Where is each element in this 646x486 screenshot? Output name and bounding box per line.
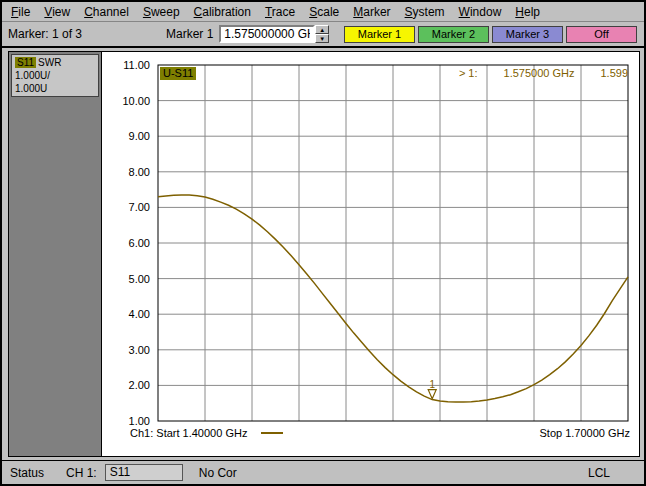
y-axis-label: 2.00 xyxy=(129,379,150,391)
trace-sidebar: S11SWR 1.000U/ 1.000U xyxy=(9,52,102,456)
marker-readout-prefix: > 1: xyxy=(459,67,478,79)
marker-1-number: 1 xyxy=(429,379,435,390)
menu-item-trace[interactable]: Trace xyxy=(258,3,302,21)
correction-status: No Cor xyxy=(199,466,237,480)
y-axis-label: 6.00 xyxy=(129,237,150,249)
y-axis-label: 5.00 xyxy=(129,273,150,285)
menu-item-scale[interactable]: Scale xyxy=(302,3,346,21)
menu-item-system[interactable]: System xyxy=(398,3,452,21)
frequency-spinner: ▲ ▼ xyxy=(315,25,329,43)
trace-selector-chip[interactable]: S11 xyxy=(15,57,36,68)
marker-frequency-field: ▲ ▼ xyxy=(219,25,329,43)
menu-item-calibration[interactable]: Calibration xyxy=(187,3,258,21)
trace-scale-label: 1.000U/ xyxy=(15,69,95,82)
y-axis-label: 8.00 xyxy=(129,166,150,178)
spin-up-button[interactable]: ▲ xyxy=(315,25,329,34)
y-axis-label: 11.00 xyxy=(123,59,150,71)
trace-reference-label: 1.000U xyxy=(15,82,95,95)
marker-frequency-label: Marker 1 xyxy=(166,27,213,41)
button-marker-3[interactable]: Marker 3 xyxy=(492,26,563,43)
button-marker-2[interactable]: Marker 2 xyxy=(418,26,489,43)
control-mode-label: LCL xyxy=(588,466,610,480)
menu-item-sweep[interactable]: Sweep xyxy=(136,3,187,21)
marker-button-row: Marker 1Marker 2Marker 3Off xyxy=(344,26,637,43)
trace-info-box: S11SWR 1.000U/ 1.000U xyxy=(11,54,99,97)
chart-footer: Ch1: Start 1.40000 GHz Stop 1.70000 GHz xyxy=(130,426,630,440)
marker-status-text: Marker: 1 of 3 xyxy=(8,27,148,41)
network-analyzer-window: FileViewChannelSweepCalibrationTraceScal… xyxy=(0,0,646,486)
button-marker-1[interactable]: Marker 1 xyxy=(344,26,415,43)
menu-item-window[interactable]: Window xyxy=(452,3,509,21)
button-off[interactable]: Off xyxy=(566,26,637,43)
trace-style-indicator xyxy=(261,432,283,434)
y-axis-label: 3.00 xyxy=(129,344,150,356)
menu-item-marker[interactable]: Marker xyxy=(346,3,397,21)
stop-frequency-label: Stop 1.70000 GHz xyxy=(539,427,630,439)
marker-toolbar: Marker: 1 of 3 Marker 1 ▲ ▼ Marker 1Mark… xyxy=(2,22,644,48)
menu-item-file[interactable]: File xyxy=(4,3,37,21)
spin-down-button[interactable]: ▼ xyxy=(315,34,329,43)
start-frequency-label: Ch1: Start 1.40000 GHz xyxy=(130,427,247,439)
menu-item-view[interactable]: View xyxy=(37,3,77,21)
measurement-box: S11 xyxy=(105,464,183,481)
menu-item-help[interactable]: Help xyxy=(508,3,547,21)
y-axis-label: 4.00 xyxy=(129,308,150,320)
y-axis-label: 9.00 xyxy=(129,130,150,142)
main-area: S11SWR 1.000U/ 1.000U 11.0010.009.008.00… xyxy=(2,48,644,460)
status-bar: Status CH 1: S11 No Cor LCL xyxy=(2,460,644,484)
swr-graticule: 11.0010.009.008.007.006.005.004.003.002.… xyxy=(102,52,639,456)
y-axis-label: 7.00 xyxy=(129,201,150,213)
marker-readout-frequency: 1.575000 GHz xyxy=(504,67,575,79)
y-axis-label: 10.00 xyxy=(122,95,150,107)
menu-item-channel[interactable]: Channel xyxy=(77,3,136,21)
chart-panel: 11.0010.009.008.007.006.005.004.003.002.… xyxy=(102,52,639,456)
marker-readout-value: 1.599 xyxy=(600,67,628,79)
marker-1-symbol[interactable] xyxy=(428,390,436,399)
trace-format-label: SWR xyxy=(38,57,61,68)
status-label: Status xyxy=(10,466,44,480)
channel-label: CH 1: xyxy=(66,466,97,480)
marker-readout: > 1: 1.575000 GHz 1.599 xyxy=(158,67,628,79)
marker-frequency-input[interactable] xyxy=(219,25,315,43)
menu-bar: FileViewChannelSweepCalibrationTraceScal… xyxy=(2,2,644,22)
